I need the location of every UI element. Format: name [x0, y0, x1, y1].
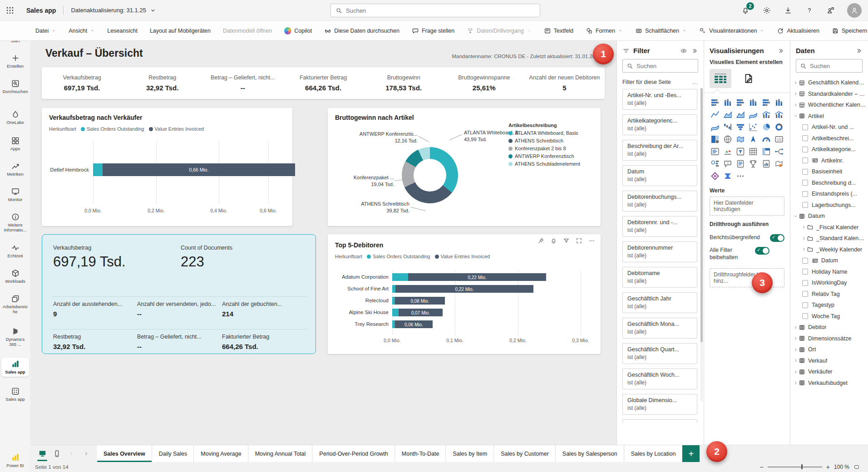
field-checkbox[interactable]: [802, 191, 808, 197]
legend-item[interactable]: Konferenzpaket 2 bis 8: [508, 146, 580, 151]
visual-type-map-icon[interactable]: [722, 134, 733, 144]
field-checkbox[interactable]: [802, 258, 808, 264]
drillthrough-field-well[interactable]: Drillthroughfelder hier hinz...: [710, 268, 784, 287]
bar-alpine-ski-house[interactable]: 0,07 Mio.: [392, 309, 443, 316]
field-checkbox[interactable]: [802, 157, 808, 163]
eye-icon[interactable]: [680, 47, 687, 54]
visual-type-wave-icon[interactable]: [710, 122, 720, 132]
field-item-datum[interactable]: Datum: [792, 211, 866, 222]
filter-card-artikelkategorienc-[interactable]: Artikelkategorienc...ist (alle): [622, 114, 697, 135]
collapse-pane-icon[interactable]: [777, 47, 784, 54]
visual-type-pct-bar-icon[interactable]: [761, 98, 772, 108]
filter-card-datum[interactable]: Datumist (alle): [622, 165, 697, 186]
visual-type-clustered-column-icon[interactable]: [748, 98, 759, 108]
web-view-button[interactable]: [36, 447, 49, 461]
field-item-standardkalender-ze-[interactable]: Standardkalender – Ze...: [792, 88, 866, 100]
visual-type-line-clustered-column-icon[interactable]: [774, 110, 784, 120]
field-item--weekly-kalender[interactable]: _Weekly Kalender: [792, 244, 866, 256]
page-tab-sales-by-location[interactable]: Sales by Location: [624, 445, 683, 462]
field-checkbox[interactable]: [802, 147, 808, 152]
visual-type-line-stacked-column-icon[interactable]: [761, 110, 772, 120]
field-checkbox[interactable]: [802, 313, 808, 319]
filter-card-gesch-ftlich-jahr[interactable]: Geschäftlich Jahrist (alle): [622, 292, 697, 313]
visual-type-goals-icon[interactable]: [748, 159, 759, 169]
ribbon-item-visualinteraktionen[interactable]: Visualinteraktionen: [699, 27, 764, 34]
more-options-icon[interactable]: [588, 237, 595, 244]
page-tab-sales-by-salesperson[interactable]: Sales by Salesperson: [556, 445, 624, 462]
filter-card-debitorennr-und-[interactable]: Debitorennr. und -...ist (alle): [622, 216, 697, 237]
sidebar-item-echtzeit[interactable]: Echtzeit: [1, 241, 29, 261]
account-avatar[interactable]: [847, 3, 862, 18]
settings-button[interactable]: [762, 5, 772, 15]
field-item-lagerbuchungs-[interactable]: Lagerbuchungs...: [792, 200, 866, 211]
field-checkbox[interactable]: [802, 291, 808, 297]
visual-type-waterfall-icon[interactable]: [722, 122, 733, 132]
donut-chart-gross-profit-by-item[interactable]: Bruttogewinn nach Artikel ANTWERP Konfer…: [328, 108, 601, 226]
field-checkbox[interactable]: [802, 135, 808, 141]
ribbon-item-textfeld[interactable]: Textfeld: [544, 27, 573, 34]
sidebar-item-monitor[interactable]: Monitor: [1, 185, 29, 204]
visual-type-slicer-icon[interactable]: [735, 147, 746, 157]
visual-type-paginated-report-icon[interactable]: [761, 159, 772, 169]
next-page-arrow[interactable]: [79, 447, 92, 461]
waffle-menu-icon[interactable]: [0, 0, 20, 21]
global-search-input[interactable]: [346, 7, 535, 14]
field-item--fiscal-kalender[interactable]: _Fiscal Kalender: [792, 222, 866, 233]
legend-item[interactable]: ATHENS Schreibtisch: [508, 138, 580, 143]
bar-detlef-hembrock[interactable]: 0,66 Mio.: [93, 163, 295, 176]
field-item-einstandspreis-[interactable]: Einstandspreis (...: [792, 188, 866, 200]
values-field-well[interactable]: Hier Datenfelder hinzufügen: [710, 197, 784, 216]
feedback-button[interactable]: [826, 5, 836, 15]
field-checkbox[interactable]: [802, 202, 808, 208]
field-item-woche-tag[interactable]: Woche Tag: [792, 311, 866, 322]
ribbon-item-layout-auf-mobilger-ten[interactable]: Layout auf Mobilgeräten: [150, 28, 211, 34]
ribbon-item-ansicht[interactable]: Ansicht: [69, 28, 95, 34]
keep-filters-toggle[interactable]: ✓: [755, 247, 769, 255]
field-checkbox[interactable]: [802, 169, 808, 175]
zoom-in-button[interactable]: +: [826, 463, 830, 471]
visual-type-kpi-icon[interactable]: [722, 147, 733, 157]
page-tab-moving-annual-total[interactable]: Moving Annual Total: [248, 445, 313, 462]
page-tab-daily-sales[interactable]: Daily Sales: [152, 445, 194, 462]
page-tab-moving-average[interactable]: Moving Average: [194, 445, 248, 462]
download-button[interactable]: [783, 5, 793, 15]
visual-type-clustered-bar-icon[interactable]: [735, 98, 746, 108]
collapse-pane-icon[interactable]: [691, 47, 698, 54]
bar-relecloud[interactable]: 0,08 Mio.: [392, 297, 445, 305]
filter-search-box[interactable]: [622, 59, 698, 73]
filter-search-input[interactable]: [636, 63, 694, 69]
visual-type-matrix-icon[interactable]: [761, 147, 772, 157]
filter-card-debitorname[interactable]: Debitornameist (alle): [622, 267, 697, 288]
sidebar-item-erstellen[interactable]: Erstellen: [1, 52, 29, 71]
page-tab-sales-by-customer[interactable]: Sales by Customer: [494, 445, 556, 462]
field-item-holiday-name[interactable]: Holiday Name: [792, 266, 866, 278]
visual-type-more-icon[interactable]: [735, 171, 746, 181]
bar-trey-research[interactable]: 0,06 Mio.: [392, 320, 433, 328]
field-checkbox[interactable]: [802, 302, 808, 308]
field-item-artikelnr-[interactable]: Artikelnr.: [792, 155, 866, 167]
ribbon-item-aktualisieren[interactable]: Aktualisieren: [777, 27, 819, 34]
ribbon-item-diese-daten-durchsuchen[interactable]: Diese Daten durchsuchen: [324, 27, 399, 34]
visual-type-multi-row-card-icon[interactable]: [710, 147, 720, 157]
more-options-icon[interactable]: ...: [692, 79, 698, 85]
help-button[interactable]: [804, 5, 814, 15]
build-visual-tab[interactable]: [710, 69, 731, 88]
visual-type-arcgis-map-icon[interactable]: [774, 159, 784, 169]
visual-type-line-icon[interactable]: [710, 110, 720, 120]
ribbon-item-schaltfl-chen[interactable]: Schaltflächen: [635, 27, 687, 34]
notifications-button[interactable]: 2: [740, 5, 750, 15]
sidebar-item-durchsuchen[interactable]: Durchsuchen: [1, 77, 29, 96]
field-item-relativ-tag[interactable]: Relativ Tag: [792, 289, 866, 300]
visual-type-stacked-area-icon[interactable]: [735, 110, 746, 120]
ribbon-item-speichern[interactable]: Speichern: [832, 27, 867, 34]
filter-card-beschreibung-der-ar-[interactable]: Beschreibung der Ar...ist (alle): [622, 140, 697, 161]
visual-type-area-icon[interactable]: [722, 110, 733, 120]
sidebar-item-onelake[interactable]: OneLake: [1, 108, 29, 127]
filter-card-debitorennummer[interactable]: Debitorennummerist (alle): [622, 241, 697, 262]
visual-type-decomposition-tree-icon[interactable]: [774, 147, 784, 157]
ribbon-item-datei[interactable]: Datei: [35, 28, 56, 34]
field-checkbox[interactable]: [802, 280, 808, 286]
page-tab-sales-by-item[interactable]: Sales by Item: [446, 445, 494, 462]
bar-school-of-fine-art[interactable]: 0,22 Mio.: [392, 285, 533, 293]
sidebar-item-metriken[interactable]: Metriken: [1, 160, 29, 179]
